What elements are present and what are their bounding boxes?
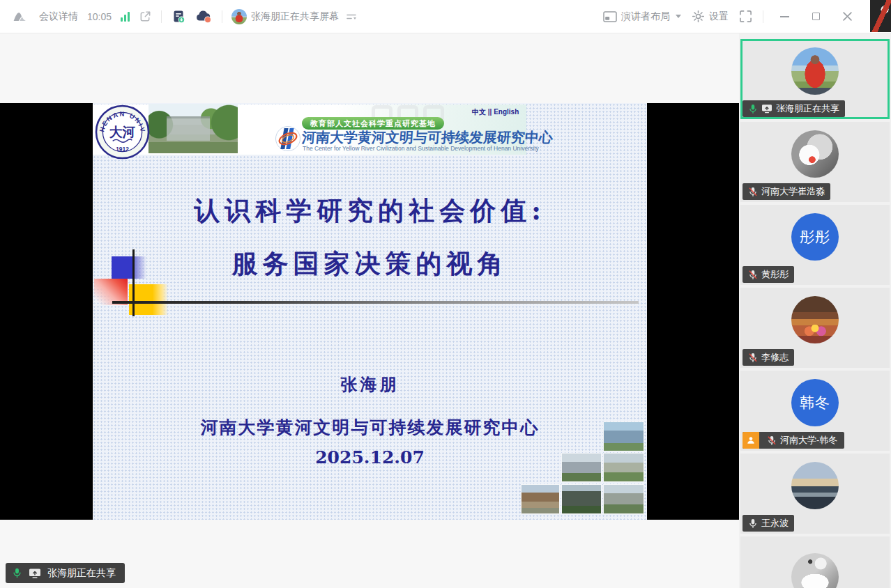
minimize-button[interactable]	[774, 6, 795, 27]
mic-muted-icon	[748, 270, 758, 280]
decor-horizontal-rule	[112, 301, 639, 304]
decor-blue-fade	[135, 256, 146, 279]
sharing-status-banner[interactable]: 张海朋正在共享屏幕	[231, 9, 357, 24]
mic-on-icon	[12, 567, 22, 579]
meeting-logo-icon	[13, 10, 30, 22]
fullscreen-icon[interactable]	[739, 10, 752, 23]
avatar	[791, 462, 839, 509]
avatar	[791, 553, 839, 588]
campus-thumbnail	[603, 484, 644, 514]
participant-tile[interactable]: 河南大学崔浩淼	[740, 122, 890, 202]
participant-name-badge: 张海朋正在共享	[742, 100, 845, 117]
participant-tile[interactable]: 彤彤 黄彤彤	[740, 205, 890, 285]
participant-name: 河南大学-韩冬	[780, 434, 839, 447]
mic-muted-icon	[767, 435, 777, 446]
mic-muted-icon	[748, 353, 758, 363]
layout-label: 演讲者布局	[621, 10, 670, 23]
presentation-slide: HENAN UNIVERSITY 大河 1912 教育部人文社	[93, 103, 647, 520]
presenter-name: 张海朋	[93, 373, 647, 396]
center-name-english: The Center for Yellow River Civilization…	[303, 145, 539, 152]
decor-vertical-line	[132, 249, 135, 316]
titlebar: 会议详情 10:05 张海朋正在共享屏幕	[0, 0, 891, 33]
mic-on-icon	[748, 104, 758, 114]
avatar	[791, 296, 839, 343]
maximize-button[interactable]	[805, 6, 826, 27]
participant-name-badge: 河南大学-韩冬	[742, 432, 844, 449]
meeting-app-window: 会议详情 10:05 张海朋正在共享屏幕	[0, 0, 891, 588]
campus-thumbnail-gate	[603, 421, 644, 451]
participant-name-badge: 河南大学崔浩淼	[742, 183, 830, 200]
participant-tile[interactable]: 张海朋正在共享	[740, 39, 890, 119]
chevron-down-icon	[676, 15, 681, 18]
avatar-initials: 韩冬	[791, 379, 839, 426]
screen-share-icon	[761, 104, 772, 114]
share-switch-icon[interactable]	[346, 12, 357, 22]
research-center-logo-icon	[275, 123, 300, 155]
campus-thumbnail	[603, 453, 644, 482]
settings-button[interactable]: 设置	[692, 10, 729, 23]
decor-yellow-square	[129, 284, 168, 315]
network-signal-icon[interactable]	[121, 12, 130, 22]
campus-thumbnail	[561, 453, 602, 482]
presentation-stage: HENAN UNIVERSITY 大河 1912 教育部人文社	[0, 103, 739, 520]
mic-muted-icon	[748, 187, 758, 197]
decor-blue-square	[112, 256, 135, 279]
meeting-details-label: 会议详情	[39, 10, 78, 23]
mic-idle-icon	[748, 518, 758, 529]
participant-name-badge: 李修志	[742, 349, 794, 366]
campus-thumbnail	[521, 484, 560, 514]
participant-tile[interactable]: 王永波	[740, 454, 890, 534]
participants-sidebar: 张海朋正在共享 河南大学崔浩淼 彤彤 黄彤彤	[739, 33, 891, 588]
meeting-time: 10:05	[87, 11, 112, 22]
language-switch: 中文 || English	[472, 107, 519, 117]
doc-record-icon[interactable]	[171, 9, 186, 24]
gear-icon	[692, 10, 705, 23]
host-badge-icon	[742, 432, 759, 449]
participant-name: 河南大学崔浩淼	[761, 185, 825, 198]
participant-tile[interactable]	[740, 536, 890, 588]
shared-screen-area: HENAN UNIVERSITY 大河 1912 教育部人文社	[0, 33, 739, 588]
slide-title-line2: 服务国家决策的视角	[93, 247, 647, 281]
layout-icon	[603, 11, 617, 22]
university-seal: HENAN UNIVERSITY 大河 1912	[95, 105, 150, 160]
cloud-record-icon[interactable]	[195, 9, 213, 24]
campus-building-photo	[148, 104, 238, 153]
meeting-details-button[interactable]: 会议详情	[39, 10, 78, 23]
participant-name: 王永波	[761, 517, 789, 529]
participant-name-badge: 王永波	[742, 515, 794, 532]
center-name-chinese: 河南大学黄河文明与可持续发展研究中心	[301, 128, 533, 147]
avatar-initials: 彤彤	[791, 213, 839, 261]
sharing-status-text: 张海朋正在共享屏幕	[251, 10, 339, 23]
screen-share-icon	[29, 568, 41, 579]
overlapping-window-fragment	[870, 0, 891, 32]
participant-tile[interactable]: 韩冬 河南大学-韩冬	[740, 371, 890, 451]
avatar	[791, 130, 839, 178]
sharer-avatar	[231, 9, 247, 24]
layout-selector[interactable]: 演讲者布局	[603, 10, 681, 23]
participant-name: 黄彤彤	[761, 268, 789, 281]
sharing-indicator-text: 张海朋正在共享	[47, 567, 116, 580]
close-button[interactable]	[837, 6, 858, 27]
presenter-affiliation: 河南大学黄河文明与可持续发展研究中心	[93, 416, 647, 439]
settings-label: 设置	[709, 10, 729, 23]
open-external-icon[interactable]	[139, 10, 152, 23]
avatar	[791, 47, 839, 95]
seal-center-glyphs: 大河	[109, 125, 136, 139]
participant-tile[interactable]: 李修志	[740, 288, 890, 368]
participant-name: 李修志	[761, 351, 789, 364]
participant-name: 张海朋正在共享	[776, 102, 839, 115]
slide-title-line1: 认识科学研究的社会价值:	[93, 194, 647, 229]
participant-name-badge: 黄彤彤	[742, 266, 794, 283]
seal-year: 1912	[116, 146, 129, 153]
campus-thumbnail	[561, 484, 602, 514]
sharing-indicator-badge: 张海朋正在共享	[6, 563, 125, 583]
